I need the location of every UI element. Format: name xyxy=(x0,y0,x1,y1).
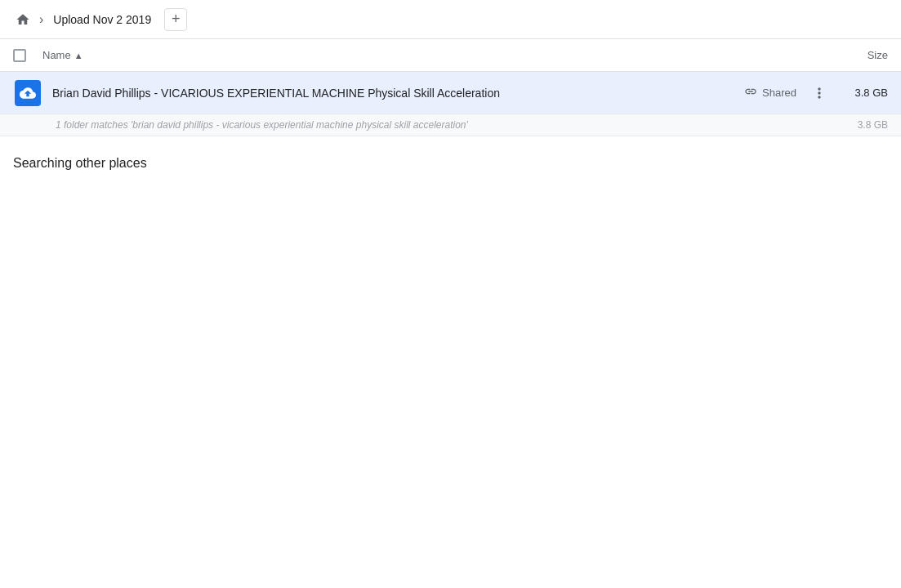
size-column-header: Size xyxy=(823,49,888,61)
add-button[interactable]: + xyxy=(164,8,187,31)
match-description: 1 folder matches 'brian david phillips -… xyxy=(56,119,839,131)
folder-icon xyxy=(15,80,41,106)
file-name: Brian David Phillips - VICARIOUS EXPERIE… xyxy=(52,87,744,100)
match-info-row: 1 folder matches 'brian david phillips -… xyxy=(0,114,901,136)
loading-indicator xyxy=(154,162,167,165)
name-column-header[interactable]: Name ▲ xyxy=(42,49,823,61)
file-row[interactable]: Brian David Phillips - VICARIOUS EXPERIE… xyxy=(0,72,901,114)
file-icon-area xyxy=(13,80,42,106)
file-size: 3.8 GB xyxy=(839,87,888,99)
select-all-checkbox[interactable] xyxy=(13,49,29,62)
link-icon xyxy=(744,85,757,100)
top-bar: › Upload Nov 2 2019 + xyxy=(0,0,901,39)
name-column-label: Name xyxy=(42,49,71,61)
home-button[interactable] xyxy=(10,7,36,33)
shared-label: Shared xyxy=(762,87,796,99)
searching-label: Searching other places xyxy=(13,156,147,171)
breadcrumb-separator: › xyxy=(39,12,43,27)
column-header-row: Name ▲ Size xyxy=(0,39,901,72)
shared-area: Shared xyxy=(744,85,796,100)
sort-arrow-icon: ▲ xyxy=(74,51,83,60)
match-size: 3.8 GB xyxy=(839,119,888,131)
breadcrumb-title: Upload Nov 2 2019 xyxy=(47,10,158,29)
searching-row: Searching other places xyxy=(0,136,901,190)
more-options-button[interactable] xyxy=(806,80,832,106)
